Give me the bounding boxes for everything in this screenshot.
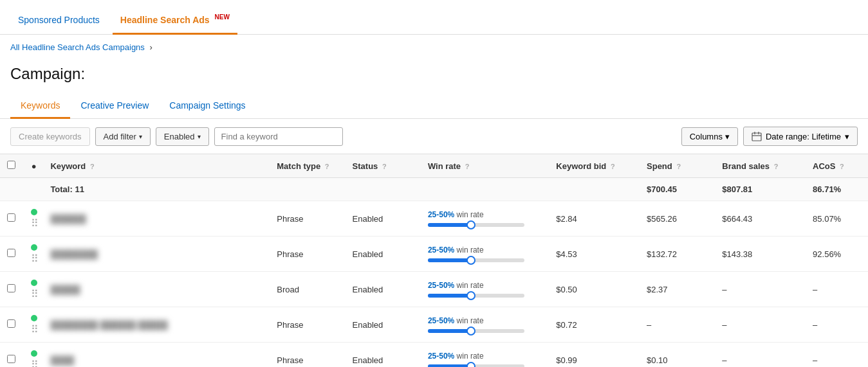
slider-track-4[interactable]: [428, 364, 524, 367]
keyword-text-3: ████████ ██████ █████: [50, 320, 167, 330]
svg-rect-0: [752, 133, 761, 141]
row-acos-cell-1: 92.56%: [808, 237, 868, 272]
win-rate-suffix-3: win rate: [457, 316, 484, 325]
drag-handle-4[interactable]: ⠿: [31, 359, 39, 367]
enabled-filter-button[interactable]: Enabled ▾: [156, 127, 209, 146]
row-winrate-cell-3: 25-50% win rate: [423, 307, 551, 343]
columns-chevron-icon: ▾: [725, 132, 730, 141]
row-checkbox-0[interactable]: [7, 213, 15, 222]
row-acos-cell-4: –: [808, 343, 868, 368]
row-spend-cell-4: $0.10: [642, 343, 717, 368]
keyword-bid-1: $4.53: [556, 249, 577, 259]
slider-fill-3: [428, 329, 472, 333]
row-winrate-cell-4: 25-50% win rate: [423, 343, 551, 368]
row-bid-cell-1: $4.53: [551, 237, 642, 272]
breadcrumb[interactable]: All Headline Search Ads Campaigns ›: [0, 35, 868, 60]
spend-4: $0.10: [647, 355, 668, 365]
row-winrate-cell-2: 25-50% win rate: [423, 272, 551, 307]
tab-sponsored-products[interactable]: Sponsored Products: [10, 15, 107, 35]
acos-0: 85.07%: [813, 214, 841, 224]
acos-help-icon[interactable]: ?: [840, 163, 844, 170]
slider-track-1[interactable]: [428, 258, 524, 262]
date-range-button[interactable]: Date range: Lifetime ▾: [743, 127, 858, 146]
win-rate-container-1: 25-50% win rate: [428, 246, 546, 262]
slider-track-2[interactable]: [428, 294, 524, 298]
slider-thumb-3[interactable]: [466, 327, 476, 336]
win-rate-help-icon[interactable]: ?: [465, 163, 470, 170]
keyword-bid-help-icon[interactable]: ?: [611, 163, 615, 170]
table-row: ⠿ ████ Phrase Enabled 25-50% win rate: [0, 343, 868, 368]
win-rate-pct-2: 25-50%: [428, 281, 454, 290]
win-rate-container-4: 25-50% win rate: [428, 352, 546, 367]
slider-thumb-0[interactable]: [466, 220, 476, 229]
win-rate-suffix-1: win rate: [457, 246, 484, 255]
row-checkbox-cell-4: [0, 343, 23, 368]
match-type-help-icon[interactable]: ?: [325, 163, 329, 170]
tab-creative-preview[interactable]: Creative Preview: [70, 94, 159, 119]
spend-help-icon[interactable]: ?: [676, 163, 681, 170]
tab-campaign-settings-label: Campaign Settings: [169, 100, 245, 111]
total-checkbox-cell: [0, 178, 23, 201]
slider-track-0[interactable]: [428, 223, 524, 227]
row-checkbox-1[interactable]: [7, 249, 15, 257]
tab-creative-preview-label: Creative Preview: [80, 100, 149, 111]
slider-fill-0: [428, 223, 472, 227]
row-checkbox-4[interactable]: [7, 355, 15, 363]
keyword-bid-col-header: Keyword bid ?: [551, 154, 642, 178]
brand-sales-1: $143.38: [722, 249, 752, 259]
status-help-icon[interactable]: ?: [382, 163, 387, 170]
win-rate-suffix-2: win rate: [457, 281, 484, 290]
row-bid-cell-0: $2.84: [551, 201, 642, 237]
row-checkbox-2[interactable]: [7, 284, 15, 292]
tab-keywords[interactable]: Keywords: [10, 94, 70, 119]
table-row: ⠿ ██████ Phrase Enabled 25-50% win rate: [0, 201, 868, 237]
status-green-dot-2: [31, 280, 37, 286]
keyword-help-icon[interactable]: ?: [90, 163, 95, 170]
win-rate-container-2: 25-50% win rate: [428, 281, 546, 298]
total-spend-cell: $700.45: [642, 178, 717, 201]
slider-thumb-4[interactable]: [466, 362, 476, 367]
keyword-col-label: Keyword: [50, 161, 86, 171]
row-checkbox-cell-1: [0, 237, 23, 272]
brand-sales-4: –: [722, 355, 726, 365]
win-rate-label-4: 25-50% win rate: [428, 352, 546, 361]
slider-track-3[interactable]: [428, 329, 524, 333]
row-checkbox-3[interactable]: [7, 319, 15, 328]
match-type-col-header: Match type ?: [272, 154, 347, 178]
page-title: Campaign:: [0, 60, 868, 93]
win-rate-pct-4: 25-50%: [428, 352, 454, 361]
tab-campaign-settings[interactable]: Campaign Settings: [159, 94, 255, 119]
columns-button[interactable]: Columns ▾: [681, 127, 738, 146]
table-header-row: ● Keyword ? Match type ? Status ? Win ra…: [0, 154, 868, 178]
slider-thumb-1[interactable]: [466, 256, 476, 265]
status-text-1: Enabled: [353, 249, 383, 259]
total-keyword-cell: Total: 11: [45, 178, 272, 201]
slider-thumb-2[interactable]: [466, 291, 476, 300]
drag-handle-3[interactable]: ⠿: [31, 324, 39, 335]
status-text-0: Enabled: [353, 214, 383, 224]
drag-handle-0[interactable]: ⠿: [31, 218, 39, 229]
spend-2: $2.37: [647, 285, 668, 294]
drag-handle-1[interactable]: ⠿: [31, 253, 39, 264]
add-filter-button[interactable]: Add filter ▾: [95, 127, 151, 146]
row-brandsales-cell-1: $143.38: [717, 237, 808, 272]
spend-col-label: Spend: [647, 161, 672, 171]
brand-sales-2: –: [722, 285, 726, 294]
row-brandsales-cell-4: –: [717, 343, 808, 368]
keyword-bid-col-label: Keyword bid: [556, 161, 606, 171]
select-all-checkbox[interactable]: [7, 161, 15, 169]
table-row: ⠿ ████████ ██████ █████ Phrase Enabled 2…: [0, 307, 868, 343]
row-match-cell-1: Phrase: [272, 237, 347, 272]
slider-fill-4: [428, 364, 472, 367]
drag-handle-2[interactable]: ⠿: [31, 289, 39, 300]
status-green-dot-4: [31, 350, 37, 357]
row-spend-cell-3: –: [642, 307, 717, 343]
dot-icon: ●: [32, 161, 37, 171]
create-keywords-button[interactable]: Create keywords: [10, 127, 90, 146]
add-filter-chevron-icon: ▾: [139, 133, 142, 140]
keyword-search-input[interactable]: [214, 127, 343, 146]
brand-sales-help-icon[interactable]: ?: [774, 163, 779, 170]
tab-headline-search-ads[interactable]: Headline Search Ads NEW: [113, 13, 237, 35]
acos-3: –: [813, 320, 817, 330]
total-match-cell: [272, 178, 347, 201]
